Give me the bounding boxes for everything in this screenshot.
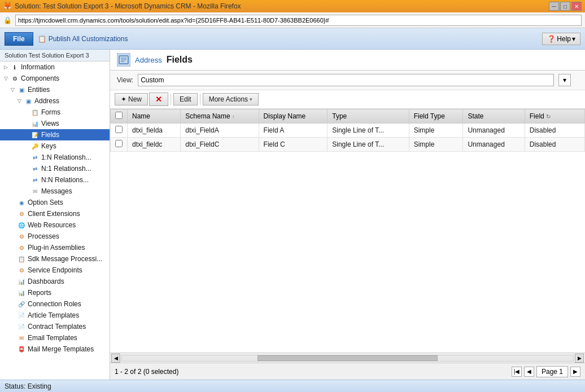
sidebar-item-fields[interactable]: 📝 Fields: [0, 129, 110, 140]
maximize-button[interactable]: □: [560, 2, 570, 11]
solution-label: Solution Test Solution Export 3: [0, 50, 110, 61]
delete-button[interactable]: ✕: [149, 93, 168, 106]
sidebar: Solution Test Solution Export 3 ▷ ℹ Info…: [0, 50, 110, 380]
row-schema-1[interactable]: dtxi_FieldA: [181, 124, 259, 138]
sidebar-item-forms[interactable]: 📋 Forms: [0, 107, 110, 118]
more-actions-label: More Actions: [209, 95, 248, 103]
connection-roles-icon: 🔗: [17, 299, 26, 309]
expand-icon-client-ext: [9, 210, 16, 217]
sidebar-item-processes[interactable]: ⚙ Processes: [0, 231, 110, 242]
sidebar-item-1n-relationship[interactable]: ⇄ 1:N Relationsh...: [0, 152, 110, 163]
expand-icon-entities: ▽: [9, 86, 16, 93]
view-select[interactable]: [138, 74, 554, 86]
row-check-2[interactable]: [111, 138, 128, 152]
option-sets-label: Option Sets: [28, 199, 63, 206]
row-schema-2[interactable]: dtxi_FieldC: [181, 138, 259, 152]
publish-button[interactable]: 📋 Publish All Customizations: [38, 35, 128, 43]
col-type[interactable]: Type: [328, 109, 409, 124]
more-actions-button[interactable]: More Actions ▾: [203, 93, 259, 105]
table-row[interactable]: dtxi_fielda dtxi_FieldA Field A Single L…: [111, 124, 585, 138]
sidebar-item-service-endpoints[interactable]: ⚙ Service Endpoints: [0, 265, 110, 276]
sidebar-item-information[interactable]: ▷ ℹ Information: [0, 61, 110, 73]
expand-icon-messages: [23, 188, 29, 195]
col-schema-name[interactable]: Schema Name ↑: [181, 109, 259, 124]
expand-icon-n1: [23, 165, 29, 172]
fields-icon: 📝: [30, 130, 40, 139]
col-state[interactable]: State: [463, 109, 525, 124]
sidebar-item-plugin-assemblies[interactable]: ⚙ Plug-in Assemblies: [0, 242, 110, 253]
col-field[interactable]: Field ↻: [525, 109, 584, 124]
dashboards-label: Dashboards: [28, 278, 64, 285]
scroll-track[interactable]: [121, 355, 574, 362]
new-label: New: [128, 95, 142, 103]
sidebar-item-mail-merge[interactable]: 📮 Mail Merge Templates: [0, 343, 110, 355]
sidebar-item-keys[interactable]: 🔑 Keys: [0, 140, 110, 152]
sidebar-item-components[interactable]: ▽ ⚙ Components: [0, 73, 110, 84]
components-label: Components: [21, 74, 59, 82]
reports-icon: 📊: [17, 288, 26, 297]
row-check-1[interactable]: [111, 124, 128, 138]
sidebar-item-sdk-message[interactable]: 📋 Sdk Message Processi...: [0, 253, 110, 265]
sidebar-item-dashboards[interactable]: 📊 Dashboards: [0, 276, 110, 287]
file-button[interactable]: File: [5, 32, 33, 46]
url-input[interactable]: [15, 15, 582, 26]
new-button[interactable]: ✦ New: [115, 93, 148, 105]
relationship-1n-label: 1:N Relationsh...: [41, 153, 91, 161]
forms-label: Forms: [41, 108, 60, 116]
sidebar-item-n1-relationship[interactable]: ⇄ N:1 Relationsh...: [0, 163, 110, 174]
table-row[interactable]: dtxi_fieldc dtxi_FieldC Field C Single L…: [111, 138, 585, 152]
scroll-left-button[interactable]: ◀: [111, 354, 120, 363]
separator-2: [200, 94, 200, 105]
help-button[interactable]: ❓ Help ▾: [542, 33, 580, 45]
delete-icon: ✕: [155, 95, 162, 104]
select-all-checkbox[interactable]: [115, 112, 123, 119]
prev-page-button[interactable]: ◀: [524, 367, 534, 377]
scroll-right-button[interactable]: ▶: [575, 354, 584, 363]
sidebar-item-nn-relationship[interactable]: ⇄ N:N Relations...: [0, 174, 110, 186]
sidebar-item-contract-templates[interactable]: 📄 Contract Templates: [0, 321, 110, 332]
view-dropdown-button[interactable]: ▾: [558, 74, 571, 86]
col-check[interactable]: [111, 109, 128, 124]
first-page-button[interactable]: |◀: [512, 367, 522, 377]
entity-current-label: Fields: [167, 55, 193, 65]
minimize-button[interactable]: ─: [549, 2, 559, 11]
sidebar-item-email-templates[interactable]: ✉ Email Templates: [0, 332, 110, 343]
sidebar-item-option-sets[interactable]: ◉ Option Sets: [0, 197, 110, 208]
sidebar-item-entities[interactable]: ▽ ▣ Entities: [0, 84, 110, 95]
sidebar-item-messages[interactable]: ✉ Messages: [0, 186, 110, 197]
sidebar-item-article-templates[interactable]: 📄 Article Templates: [0, 310, 110, 321]
close-button[interactable]: ✕: [571, 2, 582, 11]
address-icon: ▣: [24, 96, 33, 105]
col-field-type[interactable]: Field Type: [409, 109, 463, 124]
row-name-1[interactable]: dtxi_fielda: [128, 124, 181, 138]
next-page-button[interactable]: ▶: [570, 367, 580, 377]
row-name-2[interactable]: dtxi_fieldc: [128, 138, 181, 152]
sidebar-item-web-resources[interactable]: 🌐 Web Resources: [0, 219, 110, 231]
row-checkbox-1[interactable]: [115, 126, 123, 133]
refresh-icon[interactable]: ↻: [546, 113, 551, 120]
connection-roles-label: Connection Roles: [28, 300, 81, 308]
expand-icon-processes: [9, 233, 16, 240]
web-resources-icon: 🌐: [17, 221, 26, 230]
email-templates-icon: ✉: [17, 333, 26, 342]
information-icon: ℹ: [10, 63, 19, 72]
expand-icon-components: ▽: [2, 75, 9, 82]
sidebar-item-reports[interactable]: 📊 Reports: [0, 287, 110, 298]
col-name[interactable]: Name: [128, 109, 181, 124]
sidebar-item-views[interactable]: 📊 Views: [0, 118, 110, 129]
col-display-name[interactable]: Display Name: [259, 109, 328, 124]
mail-merge-icon: 📮: [17, 345, 26, 354]
expand-icon-connection-roles: [9, 301, 16, 307]
row-checkbox-2[interactable]: [115, 140, 123, 147]
row-state-2: Unmanaged: [463, 138, 525, 152]
expand-icon-contract: [9, 323, 16, 330]
scroll-thumb[interactable]: [257, 355, 438, 361]
sidebar-item-address[interactable]: ▽ ▣ Address: [0, 95, 110, 107]
sidebar-item-connection-roles[interactable]: 🔗 Connection Roles: [0, 298, 110, 310]
current-name: Fields: [167, 55, 193, 64]
window-controls: ─ □ ✕: [549, 2, 582, 11]
edit-button[interactable]: Edit: [173, 93, 198, 105]
expand-icon-forms: [23, 109, 29, 116]
expand-icon-nn: [23, 177, 29, 183]
sidebar-item-client-extensions[interactable]: ⚙ Client Extensions: [0, 208, 110, 219]
